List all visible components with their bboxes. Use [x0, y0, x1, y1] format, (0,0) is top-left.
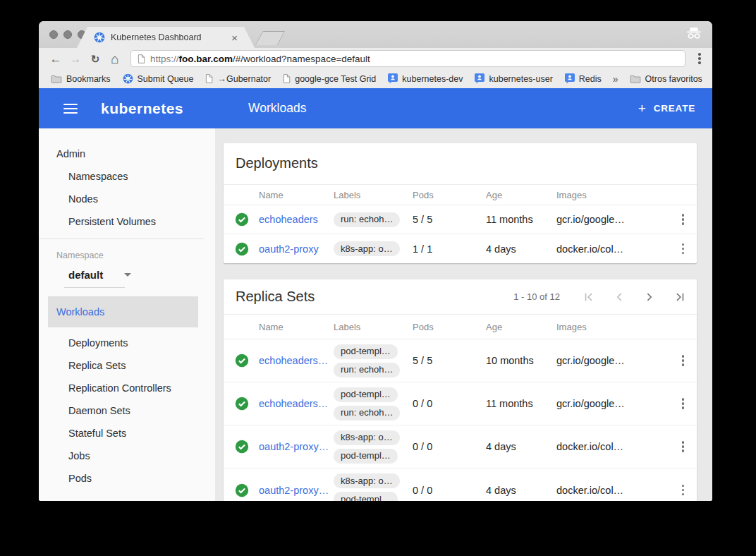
bookmarks-bar: Bookmarks Submit Queue →Gubernator [39, 69, 712, 88]
bookmark-redis[interactable]: Redis [561, 73, 605, 84]
toolbar: ← → ↻ ⌂ https://foo.bar.com/#/workload?n… [39, 48, 712, 69]
browser-window: Kubernetes Dashboard × ← → ↻ ⌂ https://f… [39, 21, 712, 501]
sidebar-item-stateful-sets[interactable]: Stateful Sets [39, 422, 215, 445]
table-row: echoheaders… pod-templ… run: echoh… 5 / … [224, 339, 697, 382]
row-actions-menu-icon[interactable] [682, 214, 695, 225]
resource-link[interactable]: echoheaders [259, 214, 334, 225]
new-tab-button[interactable] [255, 31, 286, 45]
sidebar: Admin Namespaces Nodes Persistent Volume… [39, 128, 215, 501]
groups-icon [565, 73, 575, 84]
close-window-button[interactable] [49, 30, 58, 39]
back-button[interactable]: ← [47, 53, 64, 65]
status-ok-icon [235, 397, 249, 411]
label-chip: run: echoh… [334, 212, 400, 227]
page-title: Workloads [248, 101, 306, 116]
sidebar-item-replica-sets[interactable]: Replica Sets [39, 354, 215, 377]
main-content: Deployments Name Labels Pods Age Images … [215, 128, 712, 501]
replica-sets-card-title: Replica Sets [236, 289, 315, 305]
label-chip: pod-templ… [334, 344, 398, 359]
status-ok-icon [235, 483, 249, 497]
pagination: 1 - 10 of 12 [513, 291, 685, 303]
folder-icon [51, 75, 62, 83]
groups-icon [475, 73, 484, 84]
browser-tab[interactable]: Kubernetes Dashboard × [77, 27, 255, 48]
last-page-icon[interactable] [674, 291, 685, 303]
sidebar-item-nodes[interactable]: Nodes [39, 188, 215, 210]
replica-sets-card: Replica Sets 1 - 10 of 12 Name Labels Po… [224, 279, 697, 501]
pagination-range: 1 - 10 of 12 [513, 291, 560, 302]
label-chip: pod-templ… [334, 492, 398, 501]
kubernetes-icon [123, 73, 133, 84]
bookmark-submit-queue[interactable]: Submit Queue [119, 73, 197, 84]
reload-button[interactable]: ↻ [87, 54, 104, 64]
deployments-card: Deployments Name Labels Pods Age Images … [224, 143, 697, 263]
resource-link[interactable]: oauth2-proxy… [259, 485, 334, 496]
namespace-value: default [68, 269, 103, 281]
first-page-icon[interactable] [583, 291, 595, 303]
sidebar-item-persistent-volumes[interactable]: Persistent Volumes [39, 210, 215, 233]
bookmark-kubernetes-user[interactable]: kubernetes-user [471, 73, 556, 84]
sidebar-item-jobs[interactable]: Jobs [39, 445, 215, 467]
bookmark-bookmarks-folder[interactable]: Bookmarks [47, 74, 114, 84]
app-logo: kubernetes [101, 100, 183, 117]
sidebar-item-admin[interactable]: Admin [39, 143, 215, 165]
hamburger-menu-icon[interactable] [63, 104, 78, 114]
status-ok-icon [235, 242, 249, 256]
namespace-select-underline [64, 287, 125, 288]
folder-icon [630, 75, 641, 83]
page-icon [283, 74, 291, 83]
url-text: https://foo.bar.com/#/workload?namespace… [150, 54, 370, 64]
previous-page-icon[interactable] [614, 291, 625, 303]
bookmark-otros-favoritos-folder[interactable]: Otros favoritos [626, 74, 706, 84]
row-actions-menu-icon[interactable] [682, 441, 695, 452]
sidebar-divider [39, 238, 204, 239]
sidebar-item-deployments[interactable]: Deployments [39, 332, 215, 354]
home-button[interactable]: ⌂ [106, 52, 123, 66]
resource-link[interactable]: oauth2-proxy [259, 243, 334, 255]
resource-link[interactable]: oauth2-proxy… [259, 441, 334, 452]
groups-icon [388, 73, 398, 84]
bookmark-gubernator[interactable]: →Gubernator [202, 74, 274, 84]
address-bar[interactable]: https://foo.bar.com/#/workload?namespace… [130, 50, 685, 67]
label-chip: run: echoh… [334, 406, 400, 421]
label-chip: pod-templ… [334, 387, 398, 402]
sidebar-item-pods[interactable]: Pods [39, 467, 215, 490]
status-ok-icon [235, 440, 249, 454]
bookmarks-overflow-chevron-icon[interactable]: » [610, 73, 621, 85]
deployments-table-header: Name Labels Pods Age Images [224, 184, 697, 205]
row-actions-menu-icon[interactable] [682, 243, 695, 255]
tab-close-icon[interactable]: × [231, 32, 238, 43]
tab-strip: Kubernetes Dashboard × [39, 21, 712, 48]
minimize-window-button[interactable] [63, 30, 72, 39]
sidebar-item-replication-controllers[interactable]: Replication Controllers [39, 377, 215, 399]
namespace-select[interactable]: default [39, 269, 215, 281]
tab-title: Kubernetes Dashboard [111, 32, 231, 42]
forward-button[interactable]: → [67, 53, 84, 65]
window-controls [49, 30, 86, 39]
next-page-icon[interactable] [644, 291, 655, 303]
chevron-down-icon [124, 273, 131, 277]
row-actions-menu-icon[interactable] [682, 355, 695, 366]
kubernetes-favicon-icon [94, 32, 105, 43]
bookmark-kubernetes-dev[interactable]: kubernetes-dev [384, 73, 466, 84]
status-ok-icon [235, 353, 249, 368]
label-chip: k8s-app: o… [334, 430, 400, 445]
sidebar-item-workloads[interactable]: Workloads [48, 296, 198, 327]
bookmark-google-gce-test-grid[interactable]: google-gce Test Grid [279, 74, 379, 84]
row-actions-menu-icon[interactable] [682, 398, 695, 409]
app-header: kubernetes Workloads + CREATE [39, 88, 712, 128]
plus-icon: + [638, 101, 647, 116]
resource-link[interactable]: echoheaders… [259, 355, 334, 366]
deployments-card-title: Deployments [236, 155, 318, 171]
sidebar-item-daemon-sets[interactable]: Daemon Sets [39, 399, 215, 422]
table-row: oauth2-proxy… k8s-app: o… pod-templ… 0 /… [224, 425, 697, 469]
create-button[interactable]: + CREATE [638, 101, 695, 116]
browser-menu-icon[interactable] [693, 53, 707, 64]
table-row: echoheaders… pod-templ… run: echoh… 0 / … [224, 382, 697, 425]
row-actions-menu-icon[interactable] [682, 485, 695, 496]
sidebar-item-namespaces[interactable]: Namespaces [39, 165, 215, 188]
page-icon [205, 74, 213, 83]
resource-link[interactable]: echoheaders… [259, 398, 334, 409]
namespace-label: Namespace [39, 250, 215, 260]
label-chip: k8s-app: o… [334, 241, 400, 256]
